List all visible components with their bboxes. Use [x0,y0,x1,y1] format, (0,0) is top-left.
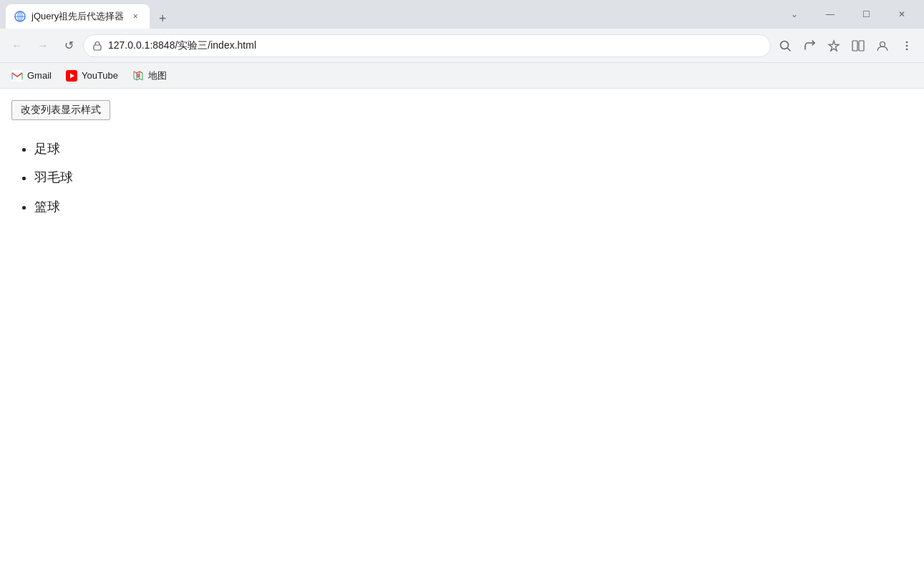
share-button[interactable] [798,34,821,57]
svg-line-6 [788,48,791,51]
split-button[interactable] [847,34,870,57]
forward-button[interactable]: → [31,34,54,57]
more-button[interactable] [895,34,918,57]
maps-label: 地图 [148,69,167,82]
chevron-button[interactable]: ⌄ [778,3,811,26]
zoom-icon [779,39,792,52]
maps-icon [132,70,144,82]
svg-point-10 [906,41,908,43]
split-icon [852,39,865,52]
close-button[interactable]: ✕ [885,3,918,26]
browser-window: jQuery祖先后代选择器 × + ⌄ — ☐ ✕ ← [0,0,924,570]
tab-area: jQuery祖先后代选择器 × + [6,0,772,29]
svg-rect-7 [852,41,857,51]
minimize-button[interactable]: — [814,3,847,26]
list-item-text: 足球 [34,142,60,156]
svg-point-12 [906,48,908,50]
address-bar[interactable]: 127.0.0.1:8848/实验三/index.html [83,34,771,57]
svg-rect-8 [859,41,864,51]
title-bar: jQuery祖先后代选择器 × + ⌄ — ☐ ✕ [0,0,924,29]
bookmarks-bar: Gmail YouTube 地图 [0,63,924,89]
new-tab-button[interactable]: + [152,9,172,29]
back-icon: ← [11,39,23,52]
list-item: 篮球 [34,192,913,221]
bookmark-maps[interactable]: 地图 [127,67,172,85]
reload-button[interactable]: ↺ [57,34,80,57]
list-item-text: 篮球 [34,200,60,214]
url-text: 127.0.0.1:8848/实验三/index.html [108,39,762,52]
star-icon [827,39,840,52]
list-item: 羽毛球 [34,163,913,192]
minimize-icon: — [826,9,835,19]
svg-point-5 [781,41,789,49]
svg-rect-4 [94,45,101,50]
more-icon [900,39,913,52]
reload-icon: ↺ [64,39,74,52]
change-style-button[interactable]: 改变列表显示样式 [11,100,110,120]
sports-list: 足球 羽毛球 篮球 [34,134,913,221]
window-controls: ⌄ — ☐ ✕ [778,3,918,26]
profile-button[interactable] [871,34,894,57]
close-icon: ✕ [898,9,905,19]
back-button[interactable]: ← [6,34,29,57]
nav-actions [774,34,918,57]
lock-icon [92,41,102,51]
active-tab[interactable]: jQuery祖先后代选择器 × [6,4,150,29]
maximize-button[interactable]: ☐ [850,3,882,26]
youtube-icon [66,70,77,82]
tab-close-button[interactable]: × [130,11,141,22]
gmail-icon [11,70,23,82]
zoom-button[interactable] [774,34,797,57]
svg-point-17 [137,74,139,76]
svg-point-11 [906,44,908,46]
bookmark-youtube[interactable]: YouTube [60,67,124,84]
bookmark-gmail[interactable]: Gmail [6,67,57,84]
list-item: 足球 [34,134,913,163]
chevron-down-icon: ⌄ [791,9,798,19]
share-icon [803,39,816,52]
page-content: 改变列表显示样式 足球 羽毛球 篮球 [0,89,924,570]
tab-favicon [14,11,26,22]
tab-title: jQuery祖先后代选择器 [31,10,124,23]
youtube-label: YouTube [82,70,118,81]
forward-icon: → [37,39,49,52]
profile-icon [876,39,889,52]
nav-bar: ← → ↺ 127.0.0.1:8848/实验三/index.html [0,29,924,63]
gmail-label: Gmail [27,70,52,81]
maximize-icon: ☐ [862,9,870,19]
bookmark-button[interactable] [822,34,845,57]
list-item-text: 羽毛球 [34,170,73,185]
